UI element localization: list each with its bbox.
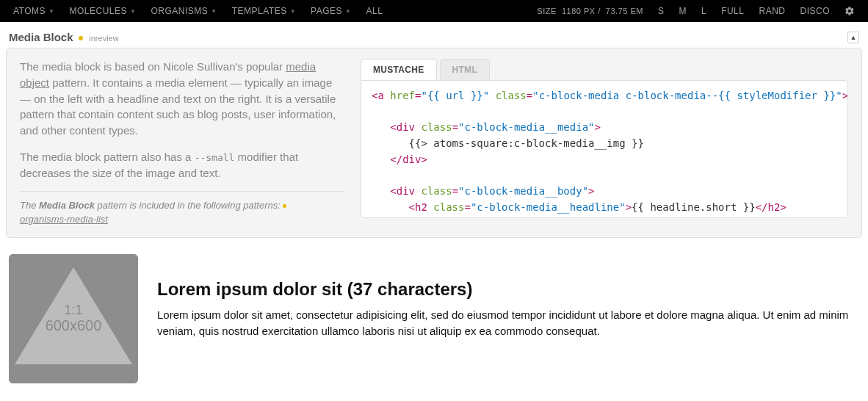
pattern-example: 1:1 600x600 Lorem ipsum dolor sit (37 ch… [0,238,868,392]
placeholder-image: 1:1 600x600 [9,254,138,383]
modifier-code: --small [195,152,235,163]
size-s[interactable]: S [651,0,672,22]
pattern-title: Media Block [9,31,73,43]
nav-organisms[interactable]: ORGANISMS▼ [143,0,224,22]
pattern-title-row: Media Block inreview [9,31,119,43]
description-paragraph: The media block is based on Nicole Sulli… [20,59,343,139]
example-body: Lorem ipsum dolor sit (37 characters) Lo… [157,254,859,339]
caret-down-icon: ▼ [211,8,217,15]
pattern-status: inreview [89,34,118,43]
gear-icon [845,6,855,16]
nav-all[interactable]: ALL [358,0,390,22]
nav-pages[interactable]: PAGES▼ [303,0,358,22]
included-pattern-link[interactable]: organisms-media-list [20,214,108,225]
description-paragraph: The media block pattern also has a --sma… [20,149,343,181]
size-l[interactable]: L [694,0,714,22]
caret-down-icon: ▼ [345,8,351,15]
topbar-tools: SIZE 1180 PX / 73.75 EM S M L FULL RAND … [529,0,862,22]
tab-mustache[interactable]: MUSTACHE [361,59,437,80]
collapse-button[interactable]: ▲ [847,32,859,43]
size-disco[interactable]: DISCO [792,0,837,22]
size-rand[interactable]: RAND [751,0,792,22]
topbar: ATOMS▼ MOLECULES▼ ORGANISMS▼ TEMPLATES▼ … [0,0,868,22]
code-viewer[interactable]: <a href="{{ url }}" class="c-block-media… [361,80,848,218]
divider [20,191,343,192]
code-tabs: MUSTACHE HTML [361,59,848,80]
tab-html[interactable]: HTML [440,59,491,80]
pattern-header: Media Block inreview ▲ [0,22,868,48]
nav-templates[interactable]: TEMPLATES▼ [225,0,303,22]
example-headline: Lorem ipsum dolor sit (37 characters) [157,279,859,300]
svg-text:600x600: 600x600 [46,317,102,333]
example-excerpt: Lorem ipsum dolor sit amet, consectetur … [157,307,859,339]
nav-atoms[interactable]: ATOMS▼ [6,0,62,22]
caret-down-icon: ▼ [48,8,54,15]
caret-down-icon: ▼ [290,8,296,15]
size-full[interactable]: FULL [714,0,751,22]
status-dot-icon [283,204,286,208]
viewport-size: SIZE 1180 PX / 73.75 EM [529,0,651,22]
description: The media block is based on Nicole Sulli… [20,59,343,227]
included-patterns: The Media Block pattern is included in t… [20,199,343,227]
settings-button[interactable] [837,0,862,22]
placeholder-icon: 1:1 600x600 [9,254,138,383]
nav-molecules[interactable]: MOLECULES▼ [62,0,143,22]
topbar-nav: ATOMS▼ MOLECULES▼ ORGANISMS▼ TEMPLATES▼ … [6,0,390,22]
caret-down-icon: ▼ [130,8,136,15]
info-panel: The media block is based on Nicole Sulli… [6,48,862,238]
svg-text:1:1: 1:1 [64,303,82,317]
size-m[interactable]: M [671,0,694,22]
code-panel: MUSTACHE HTML <a href="{{ url }}" class=… [361,59,848,227]
status-dot-icon [79,36,83,40]
